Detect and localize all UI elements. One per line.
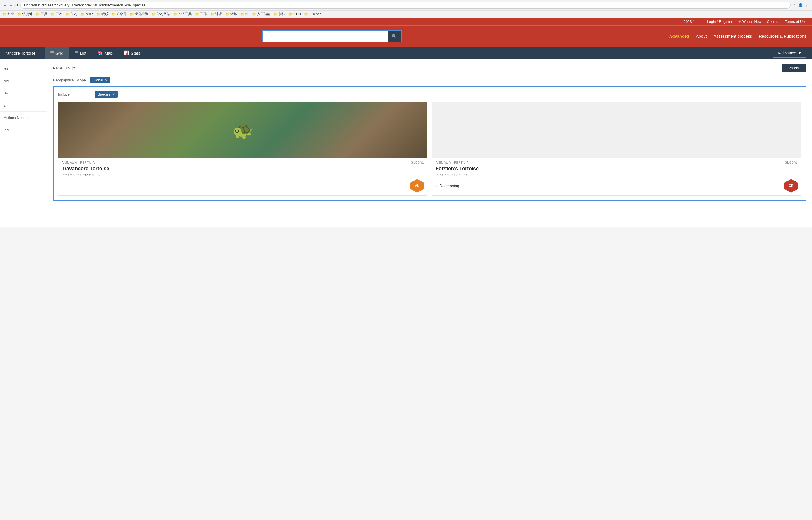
grid-view-button[interactable]: ☷ Grid (45, 47, 69, 59)
bookmarks-bar: 📁 安全 📁 快捷键 📁 工具 📁 开发 📁 学习 📁 redis 📁 玩乐 📁… (0, 10, 812, 18)
map-view-button[interactable]: 📚 Map (92, 47, 118, 59)
assessment-process-link[interactable]: Assessment process (714, 34, 752, 38)
search-icon: 🔍 (391, 34, 397, 38)
bookmark-item[interactable]: 📁 讲课 (210, 12, 222, 17)
card-footer: ↓ Decreasing CR (436, 179, 798, 192)
list-view-button[interactable]: ☰ List (69, 47, 92, 59)
sidebar-section: s (0, 100, 47, 112)
search-input[interactable]: Travancore Tortoise (263, 31, 388, 42)
card-scientific-name: Indotestudo travancorica (61, 173, 424, 177)
browser-refresh-icon[interactable]: ↻ (15, 3, 18, 7)
bookmark-item[interactable]: 📁 快捷键 (17, 12, 32, 17)
bookmark-item[interactable]: 📁 学习 (66, 12, 78, 17)
bookmark-item[interactable]: 📁 人工智能 (252, 12, 271, 17)
card-footer: VU (61, 179, 424, 192)
include-label: Include (58, 92, 92, 97)
include-close-button[interactable]: ✕ (112, 93, 115, 97)
browser-bar: ← → ↻ iucnredlist.org/search?query=Trava… (0, 0, 812, 10)
grid-icon: ☷ (50, 50, 54, 55)
relevance-button[interactable]: Relevance ▼ (773, 48, 806, 58)
results-count: RESULTS (2) (53, 66, 77, 70)
sidebar-item[interactable]: ds (4, 90, 43, 97)
sidebar-item[interactable]: s (4, 102, 43, 109)
card-image-placeholder (432, 102, 801, 158)
login-register-link[interactable]: Login / Register (707, 20, 733, 24)
search-query-label: "ancore Tortoise" (6, 47, 42, 59)
species-card-travancore[interactable]: ANIMALIA - REPTILIA GLOBAL Travancore To… (58, 102, 428, 196)
sidebar-section: ory (0, 75, 47, 87)
sidebar-item[interactable]: ory (4, 78, 43, 84)
whats-new-link[interactable]: ✦ What's New (738, 20, 762, 24)
card-title: Travancore Tortoise (61, 166, 424, 172)
cards-grid: ANIMALIA - REPTILIA GLOBAL Travancore To… (58, 102, 802, 196)
profile-icon[interactable]: 👤 (798, 3, 803, 7)
bookmark-item[interactable]: 📁 Sisense (304, 12, 321, 17)
bookmark-item[interactable]: 📁 学习网站 (152, 12, 170, 17)
geographical-scope-close-button[interactable]: ✕ (105, 78, 108, 82)
card-body: ANIMALIA - REPTILIA GLOBAL Forsten's Tor… (432, 158, 801, 196)
bookmark-item[interactable]: 📁 锻炼 (225, 12, 237, 17)
bookmark-item[interactable]: 📁 redis (81, 12, 93, 17)
bookmark-item[interactable]: 📁 算法 (274, 12, 285, 17)
stats-view-button[interactable]: 📊 Stats (118, 47, 146, 59)
bookmark-item[interactable]: 📁 赚 (240, 12, 249, 17)
sidebar-section: Actions Needed (0, 112, 47, 124)
status-badge-vu: VU (410, 179, 424, 192)
resources-publications-link[interactable]: Resources & Publications (759, 34, 806, 38)
bookmark-item[interactable]: 📁 开发 (51, 12, 62, 17)
about-link[interactable]: About (696, 34, 707, 38)
main-content: ns ory ds s Actions Needed led RESULTS (… (0, 59, 812, 227)
bookmark-item[interactable]: 📁 安全 (2, 12, 14, 17)
bookmark-item[interactable]: 📁 个人工具 (173, 12, 192, 17)
sidebar-item-actions-needed[interactable]: Actions Needed (4, 114, 43, 121)
map-icon: 📚 (98, 50, 103, 55)
list-icon: ☰ (74, 50, 78, 55)
include-filter-row: Include Species ✕ (58, 91, 802, 98)
include-tag: Species ✕ (95, 91, 118, 98)
url-bar[interactable]: iucnredlist.org/search?query=Travancore%… (20, 2, 790, 9)
chevron-down-icon: ▼ (798, 51, 802, 55)
bookmark-item[interactable]: 📁 工具 (36, 12, 47, 17)
year-label: 2023-1 (684, 20, 695, 24)
geographical-scope-tag: Global ✕ (90, 77, 110, 83)
search-box: Travancore Tortoise 🔍 (262, 30, 402, 42)
sidebar-section: ns (0, 63, 47, 75)
search-container: Travancore Tortoise 🔍 (262, 30, 402, 42)
results-area: RESULTS (2) Downlo... Geographical Scope… (47, 59, 812, 227)
bookmark-item[interactable]: 📁 公众号 (111, 12, 127, 17)
browser-back-icon[interactable]: ← (3, 3, 7, 7)
sidebar-section: ds (0, 87, 47, 100)
sidebar-item[interactable]: ns (4, 66, 43, 72)
bookmark-star-icon[interactable]: ☆ (793, 3, 796, 7)
geographical-scope-filter-row: Geographical Scope Global ✕ (53, 77, 806, 83)
sidebar: ns ory ds s Actions Needed led (0, 59, 47, 227)
bookmark-item[interactable]: 📁 玩乐 (97, 12, 108, 17)
contact-link[interactable]: Contact (767, 20, 780, 24)
results-header: RESULTS (2) Downlo... (53, 64, 806, 73)
sidebar-section: led (0, 124, 47, 136)
top-nav-upper: 2023-1 | Login / Register ✦ What's New C… (0, 18, 812, 26)
bookmark-item[interactable]: 📁 量化投资 (130, 12, 148, 17)
download-button[interactable]: Downlo... (782, 64, 806, 73)
sub-nav: "ancore Tortoise" ☷ Grid ☰ List 📚 Map 📊 … (0, 47, 812, 59)
card-taxonomy: ANIMALIA - REPTILIA GLOBAL (61, 161, 424, 164)
card-trend: ↓ Decreasing (436, 183, 459, 188)
card-body: ANIMALIA - REPTILIA GLOBAL Travancore To… (58, 158, 427, 196)
top-nav: 2023-1 | Login / Register ✦ What's New C… (0, 18, 812, 47)
nav-links: Advanced About Assessment process Resour… (669, 34, 806, 38)
advanced-link[interactable]: Advanced (669, 34, 689, 38)
card-taxonomy: ANIMALIA - REPTILIA GLOBAL (436, 161, 798, 164)
geographical-scope-label: Geographical Scope (53, 78, 86, 82)
bookmark-item[interactable]: 📁 SEO (289, 12, 301, 17)
search-button[interactable]: 🔍 (388, 31, 401, 42)
chart-icon: 📊 (124, 50, 129, 55)
sidebar-item[interactable]: led (4, 127, 43, 133)
terms-of-use-link[interactable]: Terms of Use (785, 20, 806, 24)
menu-icon[interactable]: ⋮ (805, 3, 809, 7)
species-card-forstens[interactable]: ANIMALIA - REPTILIA GLOBAL Forsten's Tor… (432, 102, 802, 196)
card-title: Forsten's Tortoise (436, 166, 798, 172)
browser-forward-icon[interactable]: → (9, 3, 13, 7)
star-icon: ✦ (738, 20, 741, 24)
card-scientific-name: Indotestudo forstenii (436, 173, 798, 177)
bookmark-item[interactable]: 📁 工作 (195, 12, 207, 17)
